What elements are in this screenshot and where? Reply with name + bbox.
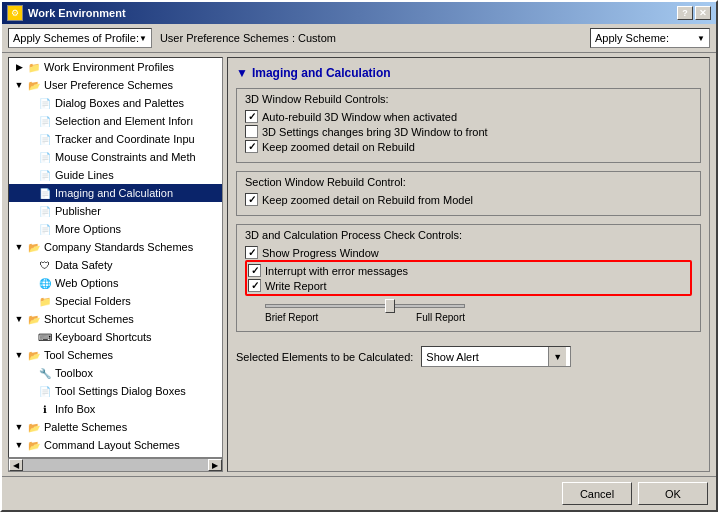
item-icon: ℹ	[37, 401, 53, 417]
section-header: ▼ Imaging and Calculation	[236, 66, 701, 80]
tree-item-tool-schemes[interactable]: ▼ 📂 Tool Schemes	[9, 346, 222, 364]
right-panel: ▼ Imaging and Calculation 3D Window Rebu…	[227, 57, 710, 472]
full-report-label: Full Report	[416, 312, 465, 323]
tree-item-shortcut-schemes[interactable]: ▼ 📂 Shortcut Schemes	[9, 310, 222, 328]
apply-scheme-dropdown[interactable]: Apply Scheme: ▼	[590, 28, 710, 48]
tree-label-info-box: Info Box	[55, 403, 95, 415]
tree-item-tracker-coord[interactable]: 📄 Tracker and Coordinate Inpu	[9, 130, 222, 148]
tree-item-more-options[interactable]: 📄 More Options	[9, 220, 222, 238]
tree-label-dialog-boxes: Dialog Boxes and Palettes	[55, 97, 184, 109]
folder-open-icon: 📂	[26, 347, 42, 363]
tree-item-company-standards[interactable]: ▼ 📂 Company Standards Schemes	[9, 238, 222, 256]
scroll-track	[23, 459, 208, 471]
tree-item-toolbox[interactable]: 🔧 Toolbox	[9, 364, 222, 382]
report-slider-thumb[interactable]	[385, 299, 395, 313]
group2-label: Section Window Rebuild Control:	[245, 176, 692, 188]
keep-zoomed-rebuild-checkbox[interactable]	[245, 193, 258, 206]
group1-label: 3D Window Rebuild Controls:	[245, 93, 692, 105]
apply-scheme-label: Apply Scheme:	[595, 32, 669, 44]
tree-label-tool-schemes: Tool Schemes	[44, 349, 113, 361]
tree-item-keyboard-shortcuts[interactable]: ⌨ Keyboard Shortcuts	[9, 328, 222, 346]
tree-item-web-options[interactable]: 🌐 Web Options	[9, 274, 222, 292]
folder-icon: 📁	[37, 293, 53, 309]
scroll-right-button[interactable]: ▶	[208, 459, 222, 471]
tree-item-tool-settings[interactable]: 📄 Tool Settings Dialog Boxes	[9, 382, 222, 400]
checkbox-interrupt-errors: Interrupt with error messages	[248, 263, 689, 278]
folder-open-icon: 📂	[26, 437, 42, 453]
tree-label-selection-element: Selection and Element Inforı	[55, 115, 193, 127]
write-report-checkbox[interactable]	[248, 279, 261, 292]
tree-item-guide-lines[interactable]: 📄 Guide Lines	[9, 166, 222, 184]
dropdown-arrow-icon: ▼	[139, 34, 147, 43]
checkbox-settings-changes: 3D Settings changes bring 3D Window to f…	[245, 124, 692, 139]
tree-label-toolbox: Toolbox	[55, 367, 93, 379]
selected-elements-dropdown[interactable]: Show Alert ▼	[421, 346, 571, 367]
tree-panel: ▶ 📁 Work Environment Profiles ▼ 📂 User P…	[8, 57, 223, 458]
bottom-bar: Cancel OK	[2, 476, 716, 510]
tree-label-more-options: More Options	[55, 223, 121, 235]
apply-schemes-dropdown[interactable]: Apply Schemes of Profile: ▼	[8, 28, 152, 48]
tree-label-shortcut-schemes: Shortcut Schemes	[44, 313, 134, 325]
tree-label-special-folders: Special Folders	[55, 295, 131, 307]
settings-changes-checkbox[interactable]	[245, 125, 258, 138]
group-section-window-rebuild: Section Window Rebuild Control: Keep zoo…	[236, 171, 701, 216]
item-icon: 🌐	[37, 275, 53, 291]
tree-label-data-safety: Data Safety	[55, 259, 112, 271]
app-icon: ⚙	[7, 5, 23, 21]
item-icon: ⌨	[37, 329, 53, 345]
tree-item-palette-schemes[interactable]: ▼ 📂 Palette Schemes	[9, 418, 222, 436]
tree-label-company-standards: Company Standards Schemes	[44, 241, 193, 253]
folder-open-icon: 📂	[26, 239, 42, 255]
group-3d-calc-process: 3D and Calculation Process Check Control…	[236, 224, 701, 332]
tree-label-palette-schemes: Palette Schemes	[44, 421, 127, 433]
selected-elements-row: Selected Elements to be Calculated: Show…	[236, 340, 701, 373]
folder-open-icon: 📂	[26, 311, 42, 327]
ok-button[interactable]: OK	[638, 482, 708, 505]
keep-zoomed-rebuild-label: Keep zoomed detail on Rebuild from Model	[262, 194, 473, 206]
user-pref-label: User Preference Schemes : Custom	[160, 32, 336, 44]
tree-label-work-env-profiles: Work Environment Profiles	[44, 61, 174, 73]
folder-icon: 📁	[26, 59, 42, 75]
item-icon: 📄	[37, 95, 53, 111]
horizontal-scrollbar[interactable]: ◀ ▶	[8, 458, 223, 472]
help-button[interactable]: ?	[677, 6, 693, 20]
close-button[interactable]: ✕	[695, 6, 711, 20]
slider-labels: Brief Report Full Report	[265, 312, 465, 323]
toolbar-row: Apply Schemes of Profile: ▼ User Prefere…	[2, 24, 716, 53]
tree-item-work-env-profiles[interactable]: ▶ 📁 Work Environment Profiles	[9, 58, 222, 76]
tree-item-data-safety[interactable]: 🛡 Data Safety	[9, 256, 222, 274]
highlighted-checkboxes: Interrupt with error messages Write Repo…	[245, 260, 692, 296]
left-panel-wrapper: ▶ 📁 Work Environment Profiles ▼ 📂 User P…	[8, 57, 223, 472]
work-environment-window: ⚙ Work Environment ? ✕ Apply Schemes of …	[0, 0, 718, 512]
checkbox-auto-rebuild: Auto-rebuild 3D Window when activated	[245, 109, 692, 124]
checkbox-keep-zoomed: Keep zoomed detail on Rebuild	[245, 139, 692, 154]
checkbox-keep-zoomed-rebuild: Keep zoomed detail on Rebuild from Model	[245, 192, 692, 207]
tree-label-command-layout: Command Layout Schemes	[44, 439, 180, 451]
tree-item-publisher[interactable]: 📄 Publisher	[9, 202, 222, 220]
tree-item-imaging-calc[interactable]: 📄 Imaging and Calculation	[9, 184, 222, 202]
folder-open-icon: 📂	[26, 419, 42, 435]
item-icon: 📄	[37, 203, 53, 219]
section-title: Imaging and Calculation	[252, 66, 391, 80]
dropdown-arrow-icon: ▼	[548, 347, 566, 366]
apply-schemes-label: Apply Schemes of Profile:	[13, 32, 139, 44]
report-slider-track[interactable]	[265, 304, 465, 308]
show-progress-checkbox[interactable]	[245, 246, 258, 259]
window-title: Work Environment	[28, 7, 126, 19]
item-icon: 📄	[37, 167, 53, 183]
tree-item-user-pref-schemes[interactable]: ▼ 📂 User Preference Schemes	[9, 76, 222, 94]
item-icon: 📄	[37, 185, 53, 201]
interrupt-errors-checkbox[interactable]	[248, 264, 261, 277]
tree-item-special-folders[interactable]: 📁 Special Folders	[9, 292, 222, 310]
cancel-button[interactable]: Cancel	[562, 482, 632, 505]
tree-item-command-layout[interactable]: ▼ 📂 Command Layout Schemes	[9, 436, 222, 454]
scroll-left-button[interactable]: ◀	[9, 459, 23, 471]
slider-row	[265, 302, 692, 310]
auto-rebuild-checkbox[interactable]	[245, 110, 258, 123]
section-collapse-icon[interactable]: ▼	[236, 66, 248, 80]
tree-item-info-box[interactable]: ℹ Info Box	[9, 400, 222, 418]
keep-zoomed-checkbox[interactable]	[245, 140, 258, 153]
tree-item-selection-element[interactable]: 📄 Selection and Element Inforı	[9, 112, 222, 130]
tree-item-mouse-constraints[interactable]: 📄 Mouse Constraints and Meth	[9, 148, 222, 166]
tree-item-dialog-boxes[interactable]: 📄 Dialog Boxes and Palettes	[9, 94, 222, 112]
